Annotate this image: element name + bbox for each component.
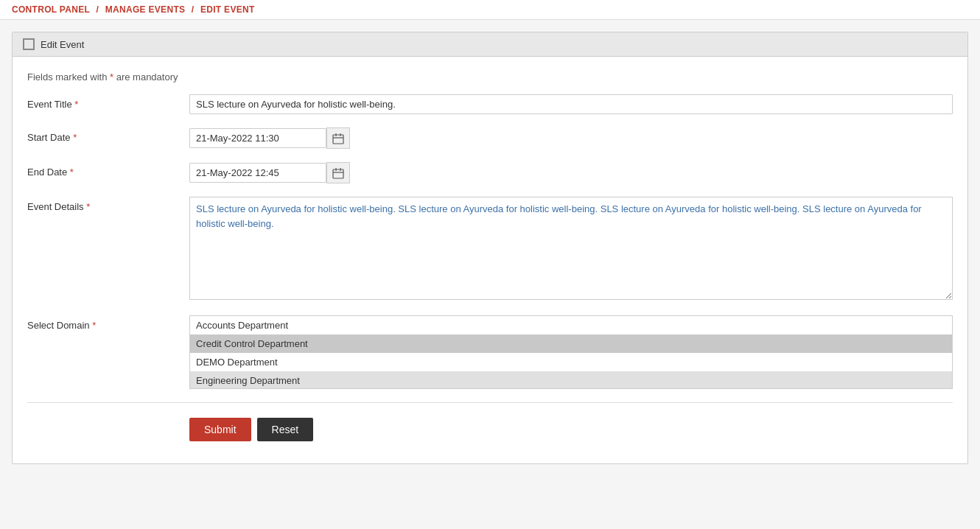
list-item[interactable]: DEMO Department xyxy=(190,353,952,371)
list-item[interactable]: Engineering Department xyxy=(190,371,952,389)
select-domain-label: Select Domain * xyxy=(27,315,189,331)
button-row: Submit Reset xyxy=(27,418,953,441)
breadcrumb-manage-events[interactable]: MANAGE EVENTS xyxy=(105,4,186,15)
event-title-field xyxy=(189,94,953,114)
edit-box-icon xyxy=(23,38,35,50)
event-details-label: Event Details * xyxy=(27,197,189,212)
form-divider xyxy=(27,402,953,403)
calendar-icon xyxy=(332,133,344,144)
breadcrumb-control-panel[interactable]: CONTROL PANEL xyxy=(12,4,90,15)
list-item[interactable]: Accounts Department xyxy=(190,316,952,334)
event-title-row: Event Title * xyxy=(27,94,953,114)
start-date-field xyxy=(189,127,953,149)
end-date-row: End Date * xyxy=(27,162,953,183)
mandatory-suffix: are mandatory xyxy=(116,71,178,83)
end-date-field xyxy=(189,162,953,183)
mandatory-note: Fields marked with * are mandatory xyxy=(27,71,953,83)
start-date-row: Start Date * xyxy=(27,127,953,149)
end-date-calendar-button[interactable] xyxy=(326,162,350,183)
start-date-input[interactable] xyxy=(189,128,326,148)
end-date-label: End Date * xyxy=(27,162,189,178)
event-details-textarea[interactable] xyxy=(189,197,953,300)
start-date-wrapper xyxy=(189,127,350,149)
list-item[interactable]: Credit Control Department xyxy=(190,334,952,353)
edit-event-card: Edit Event Fields marked with * are mand… xyxy=(12,32,968,464)
event-title-input[interactable] xyxy=(189,94,953,114)
event-details-row: Event Details * xyxy=(27,197,953,302)
breadcrumb-sep-2: / xyxy=(192,4,197,15)
end-date-input[interactable] xyxy=(189,163,326,183)
card-header: Edit Event xyxy=(13,32,967,57)
select-domain-row: Select Domain * Accounts DepartmentCredi… xyxy=(27,315,953,389)
breadcrumb-sep-1: / xyxy=(96,4,101,15)
select-domain-field: Accounts DepartmentCredit Control Depart… xyxy=(189,315,953,389)
mandatory-text: Fields marked with xyxy=(27,71,107,83)
reset-button[interactable]: Reset xyxy=(257,418,314,441)
end-date-wrapper xyxy=(189,162,350,183)
event-details-field xyxy=(189,197,953,302)
card-body: Fields marked with * are mandatory Event… xyxy=(13,57,967,463)
start-date-label: Start Date * xyxy=(27,127,189,143)
svg-rect-0 xyxy=(333,135,343,144)
event-title-label: Event Title * xyxy=(27,94,189,110)
calendar-icon xyxy=(332,167,344,179)
breadcrumb-edit-event: EDIT EVENT xyxy=(200,4,255,15)
start-date-calendar-button[interactable] xyxy=(326,127,350,149)
svg-rect-4 xyxy=(333,169,343,178)
domain-list[interactable]: Accounts DepartmentCredit Control Depart… xyxy=(189,315,953,389)
mandatory-star: * xyxy=(110,71,116,83)
submit-button[interactable]: Submit xyxy=(189,418,251,441)
card-title: Edit Event xyxy=(41,39,84,50)
breadcrumb: CONTROL PANEL / MANAGE EVENTS / EDIT EVE… xyxy=(0,0,980,20)
